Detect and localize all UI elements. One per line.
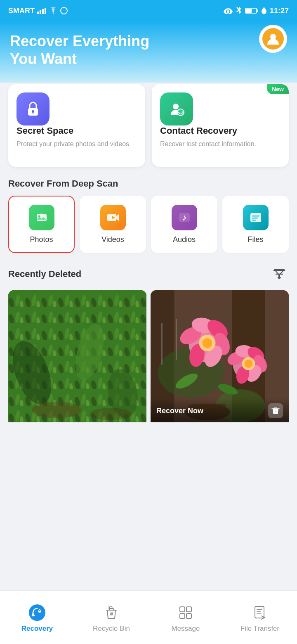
avatar [262, 28, 284, 50]
secret-space-desc: Protect your private photos and videos [16, 140, 137, 149]
svg-rect-64 [186, 607, 191, 612]
svg-rect-7 [33, 112, 33, 114]
contact-recovery-icon [160, 92, 193, 125]
recently-deleted-title: Recently Deleted [8, 269, 81, 279]
recycle-bin-nav-icon [102, 603, 121, 622]
eye-icon [224, 7, 233, 14]
status-right: 11:27 [224, 7, 289, 15]
scan-grid: Photos Videos ♪ Audios [0, 196, 297, 253]
header: Recover Everything You Want [0, 21, 297, 83]
nav-file-transfer[interactable]: File Transfer [223, 591, 297, 640]
grass-image [8, 290, 146, 422]
svg-text:♪: ♪ [182, 212, 186, 223]
scan-videos-item[interactable]: Videos [80, 196, 146, 253]
svg-rect-11 [37, 214, 47, 221]
svg-rect-18 [252, 218, 258, 219]
nav-message-label: Message [172, 625, 200, 633]
files-label: Files [248, 235, 263, 244]
nav-file-transfer-label: File Transfer [240, 625, 279, 633]
svg-point-44 [203, 338, 212, 348]
status-left: SMART [8, 7, 68, 15]
nav-recycle-bin[interactable]: Recycle Bin [74, 591, 148, 640]
svg-rect-63 [180, 607, 185, 612]
deep-scan-title: Recover From Deep Scan [0, 167, 297, 196]
svg-rect-2 [245, 9, 252, 13]
battery-leaf-icon [262, 7, 266, 14]
grass-photo[interactable] [8, 290, 146, 429]
svg-rect-65 [180, 613, 185, 618]
bluetooth-icon [236, 7, 242, 15]
flower-image: Recover Now [151, 290, 289, 422]
recently-deleted-header: Recently Deleted [0, 253, 297, 290]
secret-space-title: Secret Space [16, 125, 137, 136]
photos-label: Photos [30, 235, 53, 244]
audios-icon: ♪ [172, 205, 197, 230]
svg-rect-69 [257, 611, 261, 612]
feature-cards: Secret Space Protect your private photos… [0, 74, 297, 167]
carrier-label: SMART [8, 7, 35, 15]
nav-recovery-label: Recovery [21, 625, 53, 633]
nav-recovery[interactable]: Recovery [0, 591, 74, 640]
svg-point-61 [29, 604, 45, 621]
scan-files-item[interactable]: Files [222, 196, 289, 253]
audios-label: Audios [173, 235, 196, 244]
recover-overlay: Recover Now [151, 399, 289, 422]
svg-point-8 [173, 104, 179, 109]
flower-photo[interactable]: Recover Now [151, 290, 289, 429]
wifi-icon [49, 7, 58, 14]
svg-rect-70 [257, 613, 262, 614]
new-badge: New [267, 84, 289, 94]
videos-label: Videos [101, 235, 124, 244]
svg-point-30 [90, 408, 131, 420]
status-bar: SMART 11:27 [0, 0, 297, 21]
svg-rect-66 [186, 613, 191, 618]
files-icon [243, 205, 269, 230]
page-title: Recover Everything You Want [10, 32, 200, 68]
photos-icon [29, 205, 54, 230]
svg-point-4 [270, 34, 276, 40]
contact-recovery-card[interactable]: New Contact Recovery Recover lost contac… [152, 84, 289, 167]
nav-recycle-bin-label: Recycle Bin [93, 625, 130, 633]
recover-now-label: Recover Now [156, 407, 203, 415]
svg-rect-19 [252, 220, 256, 221]
photo-grid: Recover Now [0, 290, 297, 429]
filter-button[interactable] [270, 265, 289, 284]
svg-point-29 [32, 402, 82, 418]
bottom-nav: Recovery Recycle Bin [0, 590, 297, 644]
nav-message[interactable]: Message [148, 591, 223, 640]
contact-recovery-title: Contact Recovery [160, 125, 280, 136]
data-icon [60, 7, 68, 14]
svg-rect-3 [257, 9, 258, 12]
avatar-button[interactable] [259, 25, 287, 53]
main-content: Secret Space Protect your private photos… [0, 74, 297, 503]
secret-space-card[interactable]: Secret Space Protect your private photos… [8, 84, 145, 167]
svg-rect-68 [257, 609, 262, 610]
svg-rect-17 [252, 215, 259, 217]
battery-icon [245, 7, 258, 14]
svg-point-10 [178, 112, 179, 113]
scan-audios-item[interactable]: ♪ Audios [151, 196, 217, 253]
clock-time: 11:27 [270, 7, 289, 15]
scan-photos-item[interactable]: Photos [8, 196, 75, 253]
recover-trash-icon[interactable] [268, 403, 283, 418]
file-transfer-nav-icon [250, 603, 269, 622]
secret-space-icon [16, 92, 50, 125]
contact-recovery-desc: Recover lost contact information. [160, 140, 280, 149]
message-nav-icon [176, 603, 195, 622]
svg-point-0 [61, 7, 67, 14]
recovery-nav-icon [28, 603, 47, 622]
svg-point-53 [245, 360, 253, 368]
signal-icon [37, 8, 46, 14]
videos-icon [100, 205, 126, 230]
